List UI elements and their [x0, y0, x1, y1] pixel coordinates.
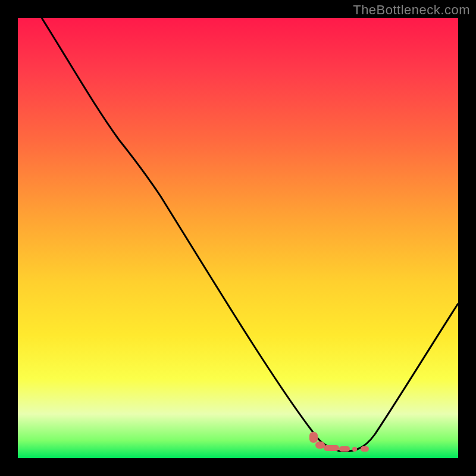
watermark-text: TheBottleneck.com [353, 2, 470, 18]
marker-dot [352, 447, 357, 452]
plot-area [18, 18, 458, 458]
marker-blob [339, 446, 350, 452]
marker-blob [361, 446, 369, 452]
bottleneck-curve [18, 18, 458, 458]
marker-blob [309, 432, 318, 443]
marker-blob [324, 445, 339, 451]
chart-frame: TheBottleneck.com [0, 0, 476, 476]
